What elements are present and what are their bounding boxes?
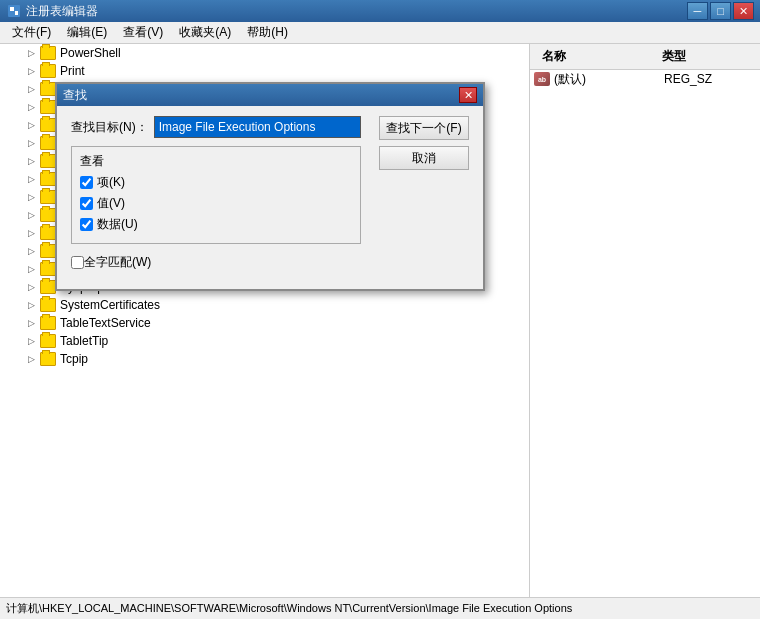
find-next-button[interactable]: 查找下一个(F) <box>379 116 469 140</box>
find-dialog: 查找 ✕ 查找目标(N)： 查看 项(K) <box>55 82 485 291</box>
checkbox-data[interactable] <box>80 218 93 231</box>
checkbox-value-label: 值(V) <box>97 195 125 212</box>
checkbox-data-label: 数据(U) <box>97 216 138 233</box>
dialog-body: 查找目标(N)： 查看 项(K) 值(V) <box>57 106 483 289</box>
checkbox-full-match[interactable] <box>71 256 84 269</box>
dialog-buttons: 查找下一个(F) 取消 <box>371 116 469 170</box>
dialog-close-button[interactable]: ✕ <box>459 87 477 103</box>
checkbox-item[interactable] <box>80 176 93 189</box>
search-target-row: 查找目标(N)： 查看 项(K) 值(V) <box>71 116 469 271</box>
full-match-row: 全字匹配(W) <box>71 254 361 271</box>
checkbox-row-value: 值(V) <box>80 195 352 212</box>
dialog-overlay: 查找 ✕ 查找目标(N)： 查看 项(K) <box>0 0 760 619</box>
dialog-title-bar: 查找 ✕ <box>57 84 483 106</box>
checkbox-item-label: 项(K) <box>97 174 125 191</box>
search-input[interactable] <box>154 116 361 138</box>
look-in-label: 查看 <box>80 153 352 170</box>
full-match-label: 全字匹配(W) <box>84 254 151 271</box>
dialog-title: 查找 <box>63 87 459 104</box>
checkbox-row-data: 数据(U) <box>80 216 352 233</box>
search-target-label: 查找目标(N)： <box>71 119 148 136</box>
checkbox-value[interactable] <box>80 197 93 210</box>
cancel-button[interactable]: 取消 <box>379 146 469 170</box>
checkbox-row-item: 项(K) <box>80 174 352 191</box>
